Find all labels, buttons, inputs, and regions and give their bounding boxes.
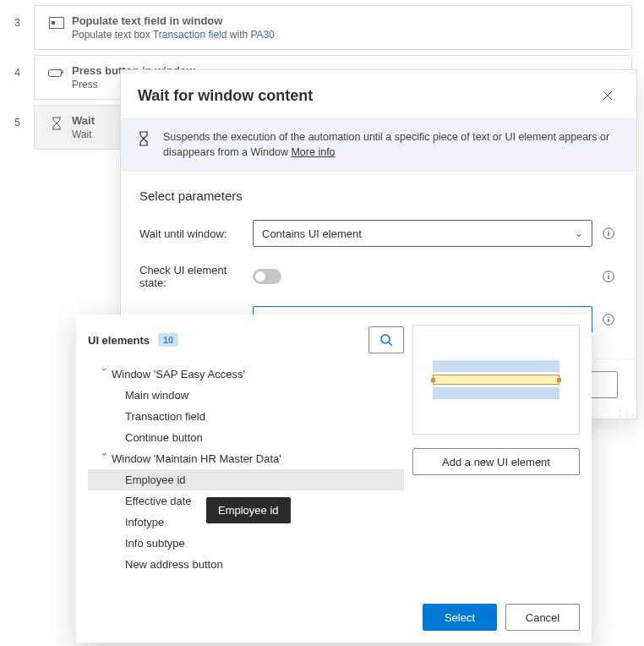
step-subtitle: Populate text box Transaction field with…	[72, 29, 621, 41]
param-label: Wait until window:	[139, 227, 253, 240]
tree-item[interactable]: Info subtype	[88, 533, 404, 554]
tree-group[interactable]: ›Window 'SAP Easy Access'	[88, 364, 404, 385]
chevron-down-icon: ›	[100, 452, 110, 466]
step-card[interactable]: Populate text field in window Populate t…	[34, 5, 632, 50]
select-button[interactable]: Select	[423, 604, 497, 631]
svg-rect-11	[608, 319, 609, 322]
step-number: 4	[0, 55, 34, 79]
hourglass-icon	[45, 114, 68, 130]
tree-item[interactable]: Continue button	[88, 427, 404, 448]
tree-group[interactable]: ›Window 'Maintain HR Master Data'	[88, 448, 404, 469]
more-info-link[interactable]: More info	[291, 146, 335, 158]
svg-line-13	[389, 342, 392, 346]
picker-title: UI elements	[88, 334, 150, 347]
svg-rect-2	[49, 70, 62, 77]
svg-point-4	[608, 230, 609, 232]
info-icon[interactable]	[599, 271, 618, 282]
svg-point-12	[381, 335, 390, 343]
picker-header: UI elements 10	[88, 326, 404, 353]
svg-point-10	[608, 316, 609, 318]
svg-point-7	[608, 273, 609, 275]
info-icon[interactable]	[599, 314, 618, 326]
param-wait-until: Wait until window: Contains UI element ⌄	[139, 220, 618, 247]
flow-step[interactable]: 3 Populate text field in window Populate…	[0, 5, 632, 50]
svg-rect-1	[52, 21, 55, 25]
button-press-icon	[45, 64, 68, 79]
cancel-button[interactable]: Cancel	[505, 604, 580, 631]
tree-item[interactable]: Transaction field	[88, 406, 404, 427]
param-label: Check UI element state:	[139, 264, 253, 289]
step-title: Populate text field in window	[72, 14, 621, 27]
tree-item[interactable]: Main window	[88, 385, 404, 406]
tree-item[interactable]: New address button	[88, 554, 404, 575]
picker-footer: Select Cancel	[423, 604, 580, 631]
info-icon[interactable]	[599, 227, 618, 239]
check-state-toggle[interactable]	[253, 269, 281, 284]
tooltip: Employee id	[206, 497, 291, 523]
chevron-down-icon: ⌄	[575, 227, 583, 239]
section-heading: Select parameters	[139, 189, 618, 203]
svg-rect-8	[608, 276, 609, 279]
tree-item-selected[interactable]: Employee id	[88, 469, 404, 490]
wait-until-select[interactable]: Contains UI element ⌄	[253, 220, 592, 247]
svg-rect-5	[608, 233, 609, 236]
chevron-down-icon: ›	[100, 368, 110, 381]
search-icon	[379, 333, 393, 347]
dialog-title: Wait for window content	[138, 87, 596, 105]
add-ui-element-button[interactable]: Add a new UI element	[412, 448, 580, 475]
dialog-header: Wait for window content	[121, 70, 636, 118]
textbox-icon	[45, 14, 68, 29]
step-number: 3	[0, 5, 34, 29]
search-button[interactable]	[368, 326, 404, 353]
dialog-info-text: Suspends the execution of the automation…	[163, 129, 619, 160]
count-badge: 10	[158, 333, 178, 347]
dialog-info-banner: Suspends the execution of the automation…	[121, 118, 636, 172]
element-preview	[412, 325, 580, 435]
ui-element-picker: UI elements 10 ›Window 'SAP Easy Access'…	[76, 315, 592, 643]
param-check-state: Check UI element state:	[139, 264, 618, 289]
hourglass-icon	[138, 129, 163, 160]
close-icon[interactable]	[596, 84, 619, 107]
step-number: 5	[0, 105, 34, 129]
